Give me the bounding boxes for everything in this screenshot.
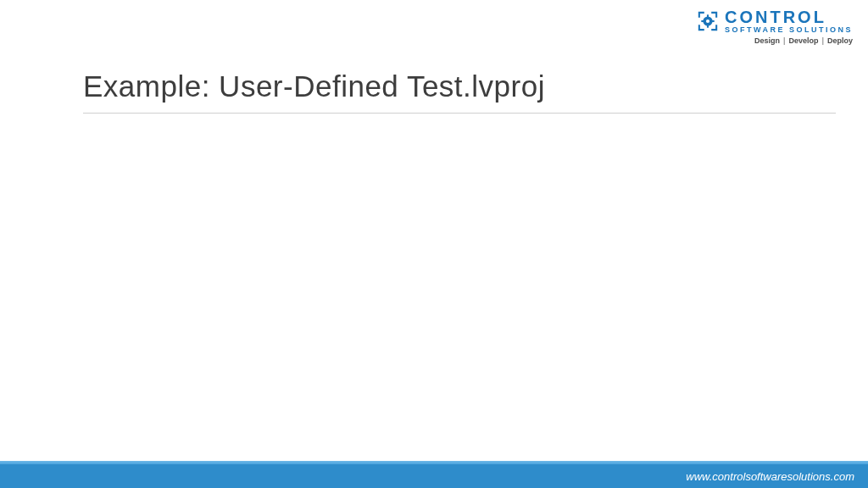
tagline-separator: | (783, 36, 786, 45)
svg-rect-2 (707, 14, 709, 17)
company-logo: CONTROL SOFTWARE SOLUTIONS Design | Deve… (696, 8, 853, 45)
logo-brand-line2: SOFTWARE SOLUTIONS (725, 26, 853, 34)
logo-tagline: Design | Develop | Deploy (754, 36, 853, 45)
tagline-develop: Develop (788, 36, 818, 45)
svg-point-1 (706, 19, 709, 23)
svg-rect-5 (712, 20, 715, 22)
logo-main-row: CONTROL SOFTWARE SOLUTIONS (696, 8, 853, 34)
logo-text: CONTROL SOFTWARE SOLUTIONS (725, 8, 853, 34)
gear-bracket-icon (696, 9, 720, 33)
footer-bar: www.controlsoftwaresolutions.com (0, 464, 868, 488)
slide-title: Example: User-Defined Test.lvproj (83, 69, 836, 103)
svg-rect-3 (707, 25, 709, 28)
svg-rect-4 (701, 20, 704, 22)
footer-url: www.controlsoftwaresolutions.com (686, 470, 854, 483)
logo-brand-line1: CONTROL (725, 8, 853, 25)
tagline-design: Design (754, 36, 780, 45)
tagline-deploy: Deploy (827, 36, 853, 45)
title-underline (83, 113, 836, 114)
tagline-separator: | (821, 36, 824, 45)
